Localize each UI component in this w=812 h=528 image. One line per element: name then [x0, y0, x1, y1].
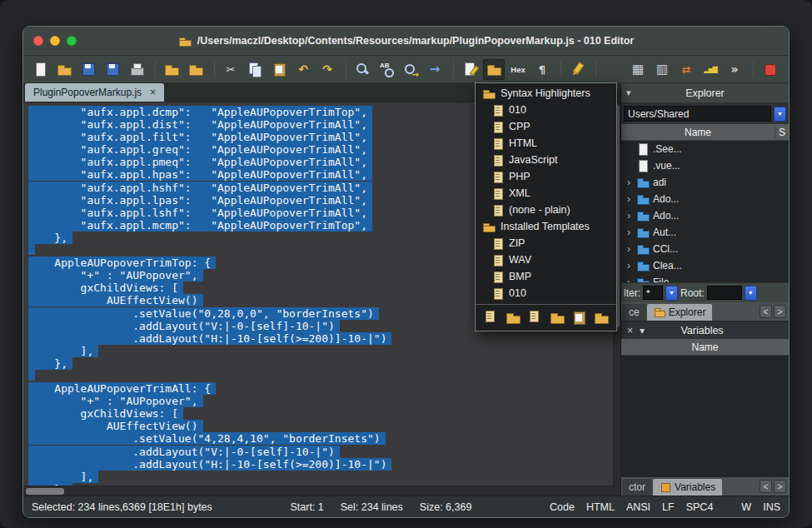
menu-item-javascript[interactable]: JavaScript: [476, 152, 616, 168]
status-selection[interactable]: Sel: 234 lines: [341, 501, 403, 513]
find-icon[interactable]: [351, 59, 373, 80]
edit-as-icon[interactable]: [459, 59, 481, 80]
menu-item-cpp[interactable]: CPP: [476, 118, 616, 135]
status-start[interactable]: Start: 1: [290, 501, 323, 513]
save-template-icon[interactable]: [548, 308, 566, 326]
tab-workspace-partial[interactable]: ce: [622, 304, 646, 321]
new-template-icon[interactable]: [504, 308, 522, 326]
variables-list-empty[interactable]: [621, 356, 789, 477]
menu-item-html[interactable]: HTML: [476, 135, 616, 152]
tab-inspector-partial[interactable]: ctor: [622, 479, 652, 496]
expand-chevron-icon[interactable]: [625, 260, 633, 271]
record-tool-icon[interactable]: [759, 59, 780, 80]
close-window-button[interactable]: [33, 36, 43, 46]
close-tab-icon[interactable]: ×: [150, 87, 156, 98]
file-row[interactable]: .See...: [621, 141, 789, 157]
panel-prev-button[interactable]: <: [760, 305, 772, 318]
expand-chevron-icon[interactable]: [625, 210, 633, 222]
menu-item-none-plain[interactable]: (none - plain): [476, 202, 616, 218]
zoom-window-button[interactable]: [67, 36, 77, 46]
highlighter-icon[interactable]: [566, 59, 588, 80]
expand-chevron-icon[interactable]: [625, 193, 633, 205]
save-icon[interactable]: [77, 59, 99, 80]
file-row[interactable]: .vue...: [621, 157, 789, 174]
variables-panel-header[interactable]: × ▾ Variables: [621, 321, 789, 339]
menu-section-syntax-highlighters[interactable]: Syntax Highlighters: [476, 85, 616, 102]
editor-horizontal-scrollbar[interactable]: [23, 486, 620, 496]
tab-variables[interactable]: Variables: [653, 479, 722, 496]
template-package-icon[interactable]: [570, 308, 588, 326]
menu-section-installed-templates[interactable]: Installed Templates: [476, 218, 616, 235]
horizontal-scroll-thumb[interactable]: [26, 488, 64, 495]
calculator-icon[interactable]: [627, 59, 649, 80]
recent-files-icon[interactable]: [185, 59, 207, 80]
menu-item-010-template[interactable]: 010: [476, 285, 616, 301]
hex-view-icon[interactable]: [507, 59, 529, 80]
variables-column-headers[interactable]: Name: [621, 339, 789, 356]
find-next-icon[interactable]: [400, 59, 421, 80]
panel-next-button[interactable]: >: [774, 480, 786, 493]
column-header-size[interactable]: S: [775, 127, 789, 138]
expand-chevron-icon[interactable]: [625, 177, 633, 188]
toolbar-item[interactable]: [753, 61, 754, 77]
file-row[interactable]: Aut...: [621, 224, 789, 241]
menu-item-xml[interactable]: XML: [476, 185, 616, 202]
status-flag[interactable]: SPC4: [686, 501, 714, 513]
histogram-icon[interactable]: [700, 59, 721, 80]
tab-pluginpopovermarkup[interactable]: PluginPopoverMarkup.js ×: [25, 83, 164, 102]
redo-icon[interactable]: [316, 59, 338, 80]
menu-item-wav[interactable]: WAV: [476, 252, 616, 268]
file-row[interactable]: File...: [621, 274, 789, 282]
panel-prev-button[interactable]: <: [760, 480, 772, 493]
chevron-down-icon[interactable]: ▾: [640, 325, 645, 336]
menu-item-bmp[interactable]: BMP: [476, 268, 616, 285]
minimize-window-button[interactable]: [50, 36, 60, 46]
explorer-path-input[interactable]: Users/Shared: [624, 106, 771, 122]
status-flag[interactable]: ANSI: [626, 501, 650, 513]
root-dropdown-button[interactable]: [745, 286, 757, 301]
filter-input[interactable]: *: [643, 286, 663, 300]
titlebar[interactable]: /Users/maczl/Desktop/Contents/Resources/…: [23, 27, 789, 56]
toolbar-item[interactable]: [214, 61, 215, 77]
root-input[interactable]: [707, 286, 742, 300]
goto-icon[interactable]: [424, 59, 446, 80]
file-row[interactable]: Ado...: [621, 191, 789, 207]
menu-item-010[interactable]: 010: [476, 102, 616, 118]
menu-item-zip[interactable]: ZIP: [476, 235, 616, 252]
open-file-icon[interactable]: [53, 59, 75, 80]
status-flag[interactable]: LF: [662, 501, 675, 513]
expand-chevron-icon[interactable]: [625, 227, 633, 238]
status-flag[interactable]: HTML: [586, 501, 615, 513]
open-template-icon[interactable]: [526, 308, 544, 326]
toolbar-item[interactable]: [560, 61, 561, 77]
column-header-name[interactable]: Name: [621, 127, 775, 138]
paste-icon[interactable]: [268, 59, 290, 80]
save-as-icon[interactable]: [102, 59, 123, 80]
cut-icon[interactable]: [220, 59, 242, 80]
more-tools-icon[interactable]: [724, 59, 745, 80]
file-row[interactable]: CCl...: [621, 241, 789, 257]
undo-icon[interactable]: [292, 59, 314, 80]
edit-template-icon[interactable]: [481, 308, 500, 326]
table-view-icon[interactable]: [651, 59, 673, 80]
toolbar-item[interactable]: [453, 61, 454, 77]
explorer-column-headers[interactable]: Name S: [621, 124, 789, 141]
copy-icon[interactable]: [244, 59, 266, 80]
new-file-icon[interactable]: [29, 59, 51, 80]
toolbar-item[interactable]: [346, 61, 346, 77]
toolbar-item[interactable]: [155, 61, 156, 77]
open-folder-icon[interactable]: [161, 59, 182, 80]
status-mode[interactable]: W: [741, 501, 751, 513]
show-whitespace-icon[interactable]: [531, 59, 553, 80]
templates-menu-icon[interactable]: [483, 59, 505, 80]
explorer-panel-header[interactable]: ▾ Explorer: [621, 83, 789, 103]
toolbar-item[interactable]: [595, 61, 596, 77]
status-mode[interactable]: INS: [763, 501, 780, 513]
chevron-down-icon[interactable]: ▾: [626, 87, 638, 98]
print-icon[interactable]: [126, 59, 147, 80]
import-export-icon[interactable]: [675, 59, 697, 80]
replace-icon[interactable]: [376, 59, 397, 80]
tab-explorer[interactable]: Explorer: [647, 304, 713, 321]
file-row[interactable]: Clea...: [621, 257, 789, 274]
panel-next-button[interactable]: >: [774, 305, 786, 318]
